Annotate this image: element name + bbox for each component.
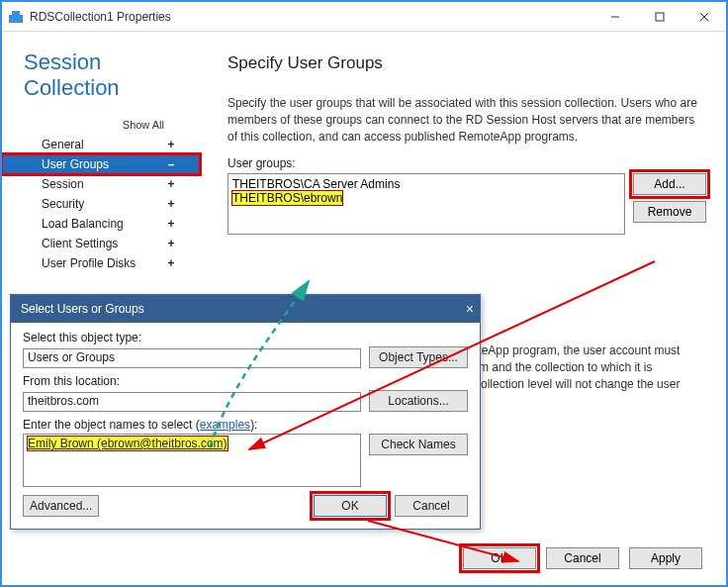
list-item[interactable]: THEITBROS\ebrown [232,191,620,205]
sidebar-item-client-settings[interactable]: Client Settings+ [2,234,200,253]
content-description: Specify the user groups that will be ass… [228,95,706,145]
content-title: Specify User Groups [228,53,706,73]
plus-icon: + [164,197,178,211]
svg-rect-1 [12,11,20,15]
object-types-button[interactable]: Object Types... [369,346,468,368]
plus-icon: + [164,217,178,231]
from-location-field[interactable]: theitbros.com [23,392,361,412]
cancel-button[interactable]: Cancel [546,547,619,569]
examples-link[interactable]: examples [200,418,250,432]
plus-icon: + [164,237,178,250]
svg-rect-0 [9,15,23,23]
check-names-button[interactable]: Check Names [369,434,468,455]
sidebar-item-label: General [42,138,84,151]
sidebar-item-general[interactable]: General+ [2,135,200,154]
window-title: RDSCollection1 Properties [30,10,171,24]
plus-icon: + [164,256,178,270]
minus-icon: – [164,157,178,171]
user-groups-label: User groups: [228,156,706,170]
show-all-link[interactable]: Show All [2,119,200,131]
sidebar-item-label: User Groups [42,157,109,171]
dialog-button-bar: OK Cancel Apply [463,547,702,569]
object-type-label: Select this object type: [23,331,468,344]
object-names-label: Enter the object names to select (exampl… [23,418,468,432]
resolved-name: Emily Brown (ebrown@theitbros.com) [28,437,228,450]
app-icon [8,9,24,25]
advanced-button[interactable]: Advanced... [23,495,99,517]
sidebar-item-security[interactable]: Security+ [2,194,200,214]
dialog-ok-button[interactable]: OK [314,495,387,517]
highlighted-entry: THEITBROS\ebrown [232,191,342,205]
user-groups-listbox[interactable]: THEITBROS\CA Server Admins THEITBROS\ebr… [228,173,625,235]
plus-icon: + [164,138,178,151]
page-heading: Session Collection [2,49,200,101]
dialog-title: Select Users or Groups [21,302,144,316]
svg-rect-3 [656,13,664,21]
sidebar-item-label: Load Balancing [42,217,124,231]
close-button[interactable] [682,2,726,31]
list-item[interactable]: THEITBROS\CA Server Admins [232,177,620,191]
sidebar-item-label: Security [42,197,84,211]
remove-button[interactable]: Remove [633,201,706,223]
select-users-dialog: Select Users or Groups × Select this obj… [10,294,481,530]
object-names-field[interactable]: Emily Brown (ebrown@theitbros.com) [23,434,361,487]
sidebar-item-label: Client Settings [42,237,118,250]
dialog-titlebar: Select Users or Groups × [11,295,480,323]
apply-button[interactable]: Apply [629,547,702,569]
maximize-button[interactable] [637,2,682,31]
ok-button[interactable]: OK [463,547,536,569]
minimize-button[interactable] [592,2,637,31]
sidebar-item-label: User Profile Disks [42,256,136,270]
add-button[interactable]: Add... [633,173,706,195]
sidebar-item-label: Session [42,177,84,191]
sidebar-item-user-groups[interactable]: User Groups– [2,154,200,174]
object-type-field[interactable]: Users or Groups [23,348,361,368]
locations-button[interactable]: Locations... [369,390,468,412]
plus-icon: + [164,177,178,191]
sidebar-item-user-profile-disks[interactable]: User Profile Disks+ [2,253,200,273]
sidebar-item-session[interactable]: Session+ [2,174,200,194]
dialog-close-icon[interactable]: × [466,301,474,317]
dialog-cancel-button[interactable]: Cancel [395,495,468,517]
sidebar-item-load-balancing[interactable]: Load Balancing+ [2,214,200,234]
window-titlebar: RDSCollection1 Properties [2,2,726,32]
from-location-label: From this location: [23,374,468,388]
